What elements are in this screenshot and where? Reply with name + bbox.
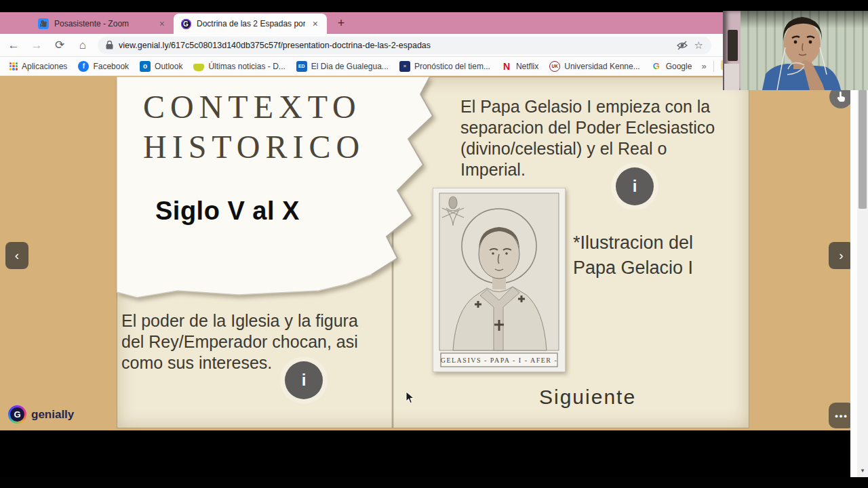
url-text: view.genial.ly/617c5c08013d140db375c57f/… [119, 41, 431, 50]
portrait-caption: GELASIVS - PAPA - I - AFER - [441, 357, 558, 364]
scrollbar-down-arrow[interactable]: ▾ [857, 467, 868, 474]
bookmark-label: Pronóstico del tiem... [414, 62, 490, 71]
back-icon[interactable]: ← [4, 36, 23, 55]
tab-genially-active[interactable]: G Doctrina de las 2 Espadas por Mi × [174, 14, 327, 34]
genially-logo[interactable]: G genially [8, 405, 74, 424]
bookmark-facebook[interactable]: f Facebook [74, 59, 133, 74]
address-bar[interactable]: view.genial.ly/617c5c08013d140db375c57f/… [98, 37, 711, 54]
close-tab-icon[interactable]: × [157, 18, 167, 29]
illustration-note: *Ilustracion del Papa Gelacio I [573, 230, 715, 281]
news-icon [193, 64, 204, 71]
next-slide-button[interactable]: › [829, 242, 850, 269]
letterbox-bottom [0, 477, 868, 488]
zoom-camera-icon: 🎥 [38, 18, 49, 29]
genially-brand-name: genially [31, 408, 74, 422]
bookmark-label: Universidad Kenne... [564, 62, 639, 71]
bookmark-outlook[interactable]: o Outlook [136, 59, 186, 74]
lock-icon [106, 41, 113, 49]
weather-icon: ≡ [399, 61, 410, 72]
info-button[interactable]: i [285, 361, 323, 399]
next-label[interactable]: Siguiente [539, 386, 636, 409]
genially-logo-icon: G [8, 405, 26, 424]
facebook-icon: f [78, 61, 89, 72]
bookmark-label: El Dia de Gualegua... [311, 62, 389, 71]
tab-title: Posasistente - Zoom [54, 19, 152, 28]
bookmark-eldia[interactable]: ED El Dia de Gualegua... [292, 59, 393, 74]
bookmark-label: Aplicaciones [22, 62, 67, 71]
mouse-cursor [406, 391, 414, 404]
reload-icon[interactable]: ⟳ [50, 36, 69, 55]
outlook-icon: o [140, 61, 151, 72]
bookmark-apps[interactable]: Aplicaciones [5, 60, 71, 73]
right-paragraph: El Papa Gelasio I empieza con la separac… [460, 96, 730, 180]
webcam-overlay [723, 11, 868, 90]
tab-zoom[interactable]: 🎥 Posasistente - Zoom × [31, 14, 174, 34]
scrollbar-thumb[interactable] [859, 89, 867, 209]
apps-grid-icon [9, 62, 18, 70]
bookmark-label: Últimas noticias - D... [208, 62, 285, 71]
bookmark-label: Outlook [155, 62, 182, 71]
divider [713, 61, 714, 72]
bookmark-google[interactable]: G Google [647, 59, 696, 74]
bookmarks-overflow-icon[interactable]: » [701, 61, 706, 71]
ed-icon: ED [296, 61, 307, 72]
bookmark-universidad[interactable]: UK Universidad Kenne... [545, 59, 644, 74]
presentation-stage: CONTEXTO HISTORICO Siglo V al X El poder… [0, 76, 850, 430]
bookmark-label: Google [666, 62, 692, 71]
hand-pointer-icon [835, 92, 846, 102]
bookmark-netflix[interactable]: N Netflix [497, 59, 542, 74]
bookmark-star-icon[interactable]: ☆ [694, 39, 703, 52]
slide-title: CONTEXTO HISTORICO [143, 87, 365, 167]
more-options-button[interactable]: ••• [829, 403, 850, 428]
forward-icon[interactable]: → [27, 36, 46, 55]
slide-subtitle: Siglo V al X [155, 197, 300, 226]
bookmark-weather[interactable]: ≡ Pronóstico del tiem... [395, 59, 494, 74]
page-gutter [850, 76, 857, 477]
bookmark-label: Facebook [93, 62, 129, 71]
person [723, 11, 868, 90]
video-frame: 🎥 Posasistente - Zoom × G Doctrina de la… [0, 0, 868, 488]
home-icon[interactable]: ⌂ [73, 36, 92, 55]
genially-icon: G [181, 19, 191, 29]
close-tab-icon[interactable]: × [311, 18, 320, 29]
new-tab-button[interactable]: + [332, 14, 350, 32]
netflix-icon: N [501, 61, 512, 72]
bookmark-news[interactable]: Últimas noticias - D... [189, 60, 289, 73]
vertical-scrollbar[interactable]: ▾ [857, 76, 868, 477]
left-paragraph: El poder de la Iglesia y la figura del R… [121, 310, 384, 373]
eye-hidden-icon[interactable] [677, 41, 688, 50]
info-button[interactable]: i [616, 167, 654, 205]
tab-title: Doctrina de las 2 Espadas por Mi [197, 19, 305, 28]
slide: CONTEXTO HISTORICO Siglo V al X El poder… [117, 77, 749, 428]
previous-slide-button[interactable]: ‹ [5, 242, 28, 269]
google-icon: G [651, 61, 662, 72]
uk-circle-icon: UK [549, 61, 560, 72]
pope-gelasius-portrait: GELASIVS - PAPA - I - AFER - [433, 188, 566, 372]
bookmark-label: Netflix [516, 62, 538, 71]
